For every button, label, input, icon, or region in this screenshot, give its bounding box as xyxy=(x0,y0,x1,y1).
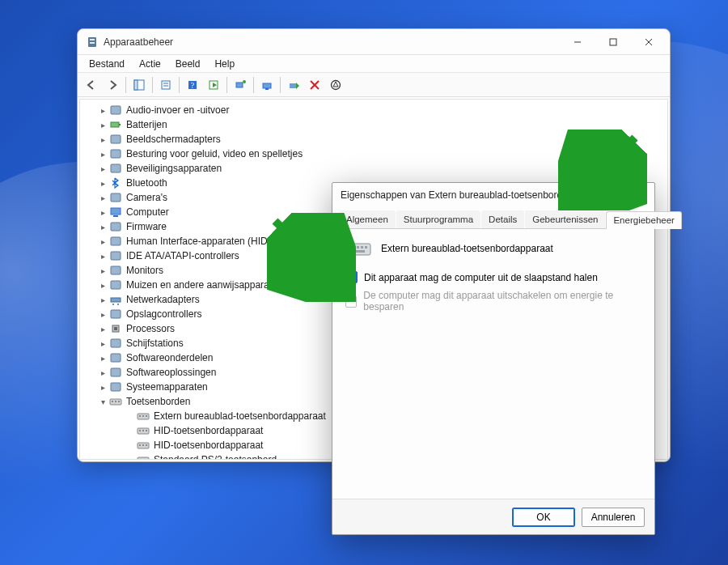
svg-rect-74 xyxy=(349,246,351,249)
svg-rect-51 xyxy=(112,401,113,402)
svg-rect-31 xyxy=(111,164,121,172)
dialog-close-button[interactable] xyxy=(619,185,653,206)
show-hide-tree-button[interactable] xyxy=(129,75,150,95)
minimize-button[interactable] xyxy=(560,31,595,53)
expander-icon[interactable]: ▸ xyxy=(98,281,108,290)
checkbox-wake-row[interactable]: Dit apparaat mag de computer uit de slaa… xyxy=(345,271,641,283)
expander-icon[interactable]: ▸ xyxy=(98,266,108,275)
tree-node-label: Computer xyxy=(126,206,169,218)
svg-rect-8 xyxy=(134,80,138,90)
help-button[interactable]: ? xyxy=(182,75,203,95)
svg-rect-49 xyxy=(111,383,121,391)
expander-icon[interactable]: ▸ xyxy=(98,208,108,217)
expander-icon[interactable]: ▸ xyxy=(98,106,108,115)
keyboard-icon xyxy=(137,410,150,423)
swsol-icon xyxy=(109,366,122,379)
dialog-titlebar: Eigenschappen van Extern bureaublad-toet… xyxy=(332,183,654,207)
tab-algemeen[interactable]: Algemeen xyxy=(339,210,396,228)
network-icon xyxy=(109,293,122,306)
tabstrip: Algemeen Stuurprogramma Details Gebeurte… xyxy=(332,207,654,229)
uninstall-device-button[interactable] xyxy=(304,75,325,95)
svg-point-41 xyxy=(112,304,114,305)
expander-icon[interactable]: ▸ xyxy=(98,237,108,246)
tab-energiebeheer[interactable]: Energiebeheer xyxy=(606,211,681,229)
tree-node-label: Besturing voor geluid, video en spelletj… xyxy=(126,148,303,159)
expander-icon[interactable]: ▸ xyxy=(98,164,108,173)
expander-icon[interactable]: ▸ xyxy=(98,223,108,232)
svg-rect-56 xyxy=(142,415,144,417)
svg-rect-45 xyxy=(114,327,117,330)
checkbox-poweroff-label: De computer mag dit apparaat uitschakele… xyxy=(363,290,641,312)
menu-help[interactable]: Help xyxy=(208,57,241,71)
svg-rect-73 xyxy=(346,244,370,255)
svg-rect-53 xyxy=(118,401,120,402)
expander-icon[interactable]: ▸ xyxy=(98,383,108,392)
tree-node[interactable]: ▸Besturing voor geluid, video en spellet… xyxy=(82,147,667,161)
titlebar: Apparaatbeheer xyxy=(78,29,670,55)
tab-gebeurtenissen[interactable]: Gebeurtenissen xyxy=(525,210,605,228)
keyboard-icon xyxy=(137,453,150,460)
svg-rect-18 xyxy=(263,83,271,88)
svg-rect-33 xyxy=(111,208,121,215)
tree-node-label: Human Interface-apparaten (HID) xyxy=(126,236,271,247)
svg-rect-26 xyxy=(111,106,121,114)
audio-icon xyxy=(109,104,122,117)
tab-details[interactable]: Details xyxy=(481,210,524,228)
menu-beeld[interactable]: Beeld xyxy=(169,57,207,71)
enable-device-button[interactable] xyxy=(283,75,304,95)
expander-icon[interactable]: ▸ xyxy=(98,368,108,377)
menu-actie[interactable]: Actie xyxy=(133,57,167,71)
keyboard-icon xyxy=(345,240,371,257)
expander-icon[interactable]: ▸ xyxy=(98,179,108,188)
forward-button[interactable] xyxy=(102,75,123,95)
computer-icon xyxy=(109,206,122,219)
tree-node[interactable]: ▸Batterijen xyxy=(82,117,667,132)
expander-icon[interactable]: ▸ xyxy=(98,193,108,202)
action-button[interactable] xyxy=(203,75,224,95)
svg-rect-2 xyxy=(90,42,95,44)
cancel-button[interactable]: Annuleren xyxy=(582,508,645,527)
disable-device-button[interactable] xyxy=(325,75,346,95)
tree-node-label: Netwerkadapters xyxy=(126,294,200,305)
expander-icon[interactable]: ▸ xyxy=(98,325,108,333)
maximize-button[interactable] xyxy=(595,31,631,53)
tree-node[interactable]: ▸Beveiligingsapparaten xyxy=(82,161,667,176)
menu-bestand[interactable]: Bestand xyxy=(83,57,131,71)
dialog-title: Eigenschappen van Extern bureaublad-toet… xyxy=(341,189,619,201)
expander-icon[interactable]: ▸ xyxy=(98,310,108,319)
back-button[interactable] xyxy=(81,75,102,95)
checkbox-wake[interactable] xyxy=(345,271,358,283)
expander-icon[interactable]: ▸ xyxy=(98,121,108,130)
svg-rect-40 xyxy=(111,298,121,302)
tree-node-label: Softwareoplossingen xyxy=(126,367,216,378)
keyboard-icon xyxy=(137,439,150,452)
tree-node-label: Systeemapparaten xyxy=(126,381,208,393)
tab-stuurprogramma[interactable]: Stuurprogramma xyxy=(396,210,480,228)
tree-node[interactable]: ▸Beeldschermadapters xyxy=(82,132,667,147)
tree-node-label: Opslagcontrollers xyxy=(126,308,201,320)
dialog-footer: OK Annuleren xyxy=(332,499,654,534)
battery-icon xyxy=(109,118,122,131)
keyboard-icon xyxy=(109,395,122,408)
svg-rect-35 xyxy=(111,223,121,231)
svg-rect-57 xyxy=(146,415,147,417)
svg-rect-16 xyxy=(236,83,243,87)
scan-hardware-button[interactable] xyxy=(230,75,251,95)
tree-node-label: Firmware xyxy=(126,221,167,232)
expander-icon[interactable]: ▸ xyxy=(98,354,108,363)
svg-rect-20 xyxy=(290,83,296,88)
expander-icon[interactable]: ▸ xyxy=(98,150,108,159)
close-button[interactable] xyxy=(631,31,667,53)
expander-icon[interactable]: ▸ xyxy=(98,252,108,261)
system-icon xyxy=(109,380,122,393)
expander-icon[interactable]: ▸ xyxy=(98,135,108,144)
app-icon xyxy=(86,36,99,49)
svg-rect-28 xyxy=(119,124,121,125)
update-driver-button[interactable] xyxy=(256,75,277,95)
expander-icon[interactable]: ▸ xyxy=(98,339,108,348)
expander-icon[interactable]: ▾ xyxy=(98,397,108,406)
properties-button[interactable] xyxy=(155,75,176,95)
ok-button[interactable]: OK xyxy=(512,508,575,527)
expander-icon[interactable]: ▸ xyxy=(98,295,108,304)
tree-node[interactable]: ▸Audio-invoer en -uitvoer xyxy=(82,103,667,117)
